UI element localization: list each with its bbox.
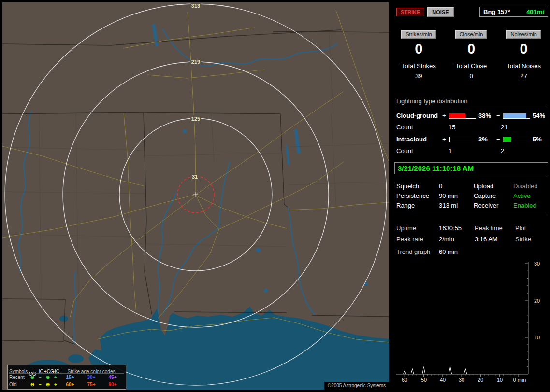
plot-label: Plot	[515, 224, 548, 232]
ic-positive-count: 1	[449, 147, 501, 154]
settings-row: Range 313 mi Receiver Enabled	[396, 200, 548, 210]
noises-per-min-value: 0	[497, 42, 550, 56]
count-label: Count	[396, 124, 449, 131]
legend-recent-row: Recent ⊖ − ⊕ + 15+ 30+ 45+	[9, 374, 124, 381]
copyright-text: ©2005 Astrogenic Systems	[324, 382, 389, 390]
trend-graph-header: Trend graph 60 min	[396, 248, 458, 255]
noises-per-min-button[interactable]: Noises/min	[506, 30, 541, 39]
uptime-value: 1630:55	[439, 224, 475, 232]
peak-rate-value: 2/min	[439, 236, 475, 243]
cg-positive-bar	[449, 113, 476, 119]
x-tick-50: 50	[421, 377, 427, 383]
trend-axis-labels: 60 50 40 30 20 10 0 min 30 20 10	[402, 261, 540, 383]
close-per-min-value: 0	[445, 42, 498, 56]
trend-minor-ticks	[408, 271, 528, 375]
age-90: 90+	[102, 382, 123, 387]
neg-ic-symbol-old: −	[36, 382, 44, 387]
x-tick-20: 20	[478, 377, 483, 383]
x-tick-60: 60	[402, 377, 407, 383]
neg-cg-symbol-old: ⊖	[29, 382, 36, 387]
legend-header-row: Symbols -CG -IC +CG +IC Strike age color…	[9, 366, 124, 374]
plus-sign: +	[442, 112, 449, 119]
legend-col-pos-cg: +CG	[44, 369, 52, 374]
stats-row: Peak rate 2/min 3:16 AM Strike	[396, 234, 548, 245]
pos-cg-symbol-recent: ⊕	[44, 375, 52, 380]
range-value: 313 mi	[439, 202, 474, 209]
pos-ic-symbol-recent: +	[52, 375, 59, 380]
datetime-readout: 3/21/2026 11:10:18 AM	[394, 162, 548, 174]
peak-time-label: Peak time	[475, 224, 515, 232]
panel-toolbar: STRIKE NOISE Bng 157° 401mi	[396, 7, 548, 17]
status-panel: STRIKE NOISE Bng 157° 401mi Strikes/min …	[392, 0, 550, 392]
ring-label-313: 313	[191, 3, 200, 9]
strikes-per-min-value: 0	[392, 42, 445, 56]
close-per-min-button[interactable]: Close/min	[455, 30, 488, 39]
ic-negative-count: 2	[501, 147, 548, 154]
age-30: 30+	[81, 375, 102, 380]
total-close-value: 0	[445, 72, 498, 80]
minus-sign: −	[496, 136, 503, 143]
plot-type-selector[interactable]: Strike	[515, 236, 548, 243]
strikes-per-min-button[interactable]: Strikes/min	[401, 30, 436, 39]
age-60: 60+	[59, 382, 81, 387]
cg-positive-pct: 38%	[476, 112, 496, 119]
count-label: Count	[396, 147, 449, 154]
legend-old-label: Old	[9, 382, 29, 387]
cg-positive-count: 15	[449, 124, 501, 131]
ring-label-125: 125	[191, 116, 200, 122]
peak-time-value: 3:16 AM	[475, 236, 515, 243]
ic-negative-bar	[503, 137, 530, 142]
counter-strikes: Strikes/min 0 Total Strikes 39	[392, 30, 445, 80]
upload-label: Upload	[474, 182, 513, 190]
persistence-label: Persistence	[396, 192, 439, 199]
stats-row: Uptime 1630:55 Peak time Plot	[396, 223, 548, 234]
settings-row: Persistence 90 min Capture Active	[396, 191, 548, 200]
squelch-value: 0	[439, 182, 474, 190]
ic-negative-pct: 5%	[530, 136, 548, 143]
map-legend: Symbols -CG -IC +CG +IC Strike age color…	[7, 365, 126, 390]
ic-positive-bar	[449, 137, 476, 142]
x-tick-30: 30	[459, 377, 464, 383]
settings-block: Squelch 0 Upload Disabled Persistence 90…	[396, 181, 548, 210]
rate-counters: Strikes/min 0 Total Strikes 39 Close/min…	[392, 30, 550, 80]
cloud-ground-label: Cloud-ground	[396, 112, 442, 119]
stats-block: Uptime 1630:55 Peak time Plot Peak rate …	[396, 223, 548, 245]
legend-symbols-label: Symbols	[9, 369, 29, 374]
y-tick-30: 30	[534, 261, 540, 266]
legend-col-pos-ic: +IC	[52, 369, 59, 374]
cloud-ground-row: Cloud-ground + 38% − 54%	[396, 112, 548, 119]
intracloud-count-row: Count 1 2	[396, 147, 548, 154]
age-45: 45+	[102, 375, 123, 380]
plus-sign: +	[442, 136, 449, 143]
cg-negative-pct: 54%	[530, 112, 548, 119]
trend-window-value: 60 min	[439, 248, 458, 255]
strike-button[interactable]: STRIKE	[396, 8, 424, 16]
intracloud-label: Intracloud	[396, 136, 442, 143]
y-tick-10: 10	[534, 335, 540, 340]
strike-rate-spikes	[403, 367, 467, 374]
age-75: 75+	[81, 382, 102, 387]
receiver-status: Enabled	[513, 202, 548, 209]
legend-recent-label: Recent	[9, 375, 29, 380]
range-label: Range	[396, 202, 439, 209]
y-tick-20: 20	[534, 298, 540, 304]
map-canvas[interactable]: 313 219 125 31	[2, 2, 389, 390]
trend-axes	[396, 262, 528, 377]
divider	[394, 216, 548, 216]
ring-label-219: 219	[191, 59, 200, 65]
receiver-label: Receiver	[474, 202, 513, 209]
minus-sign: −	[496, 112, 503, 119]
x-axis-end-label: 0 min	[513, 377, 526, 383]
cg-negative-count: 21	[501, 124, 548, 131]
pos-ic-symbol-old: +	[52, 382, 59, 387]
legend-old-row: Old ⊖ − ⊕ + 60+ 75+ 90+	[9, 381, 124, 388]
trend-graph-label: Trend graph	[396, 248, 439, 255]
x-tick-40: 40	[440, 377, 446, 383]
ic-positive-pct: 3%	[476, 136, 496, 143]
bearing-distance: 401mi	[526, 8, 544, 15]
noise-button[interactable]: NOISE	[427, 7, 453, 17]
lightning-map[interactable]: 313 219 125 31 Symbols -CG -IC +CG +IC S…	[2, 2, 389, 390]
neg-ic-symbol-recent: −	[36, 375, 44, 380]
total-close-label: Total Close	[445, 62, 498, 70]
x-tick-10: 10	[497, 377, 503, 383]
